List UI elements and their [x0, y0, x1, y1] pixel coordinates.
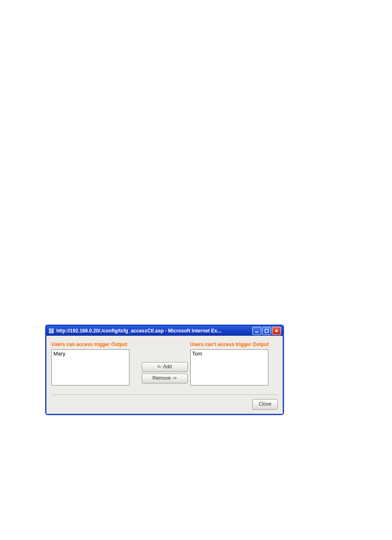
close-button[interactable]: Close: [252, 399, 278, 410]
svg-rect-3: [265, 329, 268, 332]
denied-users-column: Users can't access trigger Output Tom: [190, 342, 278, 385]
allowed-users-heading: Users can access trigger Output: [51, 342, 139, 348]
dialog-content: Users can access trigger Output Mary <- …: [46, 336, 283, 414]
allowed-users-listbox[interactable]: Mary: [51, 349, 129, 385]
allowed-users-column: Users can access trigger Output Mary: [51, 342, 139, 385]
list-item[interactable]: Mary: [53, 351, 127, 357]
denied-users-heading: Users can't access trigger Output: [190, 342, 278, 348]
titlebar[interactable]: http://192.168.0.20/./config/tcfg_access…: [46, 326, 283, 336]
svg-rect-2: [255, 332, 258, 332]
add-button[interactable]: <- Add: [142, 362, 188, 372]
remove-button[interactable]: Remove ->: [142, 374, 188, 383]
window-controls: [252, 327, 281, 335]
maximize-button[interactable]: [262, 327, 271, 335]
dialog-footer: Close: [51, 395, 278, 410]
list-item[interactable]: Tom: [192, 351, 266, 357]
minimize-button[interactable]: [252, 327, 261, 335]
dialog-window: http://192.168.0.20/./config/tcfg_access…: [45, 325, 284, 415]
transfer-buttons: <- Add Remove ->: [139, 342, 190, 383]
window-title: http://192.168.0.20/./config/tcfg_access…: [56, 328, 252, 334]
denied-users-listbox[interactable]: Tom: [190, 349, 268, 385]
ie-page-icon: [48, 328, 55, 334]
close-window-button[interactable]: [272, 327, 281, 335]
